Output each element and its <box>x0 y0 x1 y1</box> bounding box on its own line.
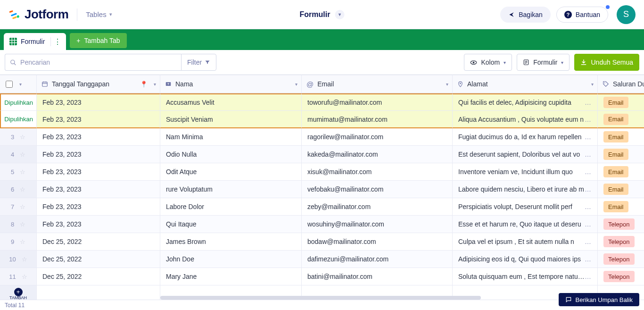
help-button[interactable]: ? Bantuan <box>556 7 608 23</box>
cell-channel[interactable]: Email <box>598 93 644 111</box>
cell-address[interactable]: Perspiciatis volupt, Deserunt mollit per… <box>453 198 598 216</box>
cell-email[interactable]: dafimezuni@mailinator.com <box>302 251 453 268</box>
star-icon[interactable]: ☆ <box>20 151 25 158</box>
cell-channel[interactable]: Email <box>598 111 644 128</box>
cell-date[interactable]: Feb 23, 2023 <box>37 181 160 198</box>
row-leading[interactable]: 5 ☆ <box>0 163 37 181</box>
cell-channel[interactable]: Telepon <box>598 251 644 268</box>
cell-email[interactable]: wosuhiny@mailinator.com <box>302 216 453 233</box>
add-tab-button[interactable]: + Tambah Tab <box>70 33 126 48</box>
row-leading[interactable]: Dipulihkan <box>0 111 37 128</box>
cell-name[interactable]: Labore Dolor <box>160 198 302 216</box>
cell-address[interactable]: Culpa vel et ipsum , Et sit autem nulla … <box>453 233 598 251</box>
star-icon[interactable]: ☆ <box>20 186 25 193</box>
cell-date[interactable]: Feb 23, 2023 <box>37 146 160 163</box>
filter-button[interactable]: Filter <box>181 54 216 71</box>
cell-email[interactable]: toworufu@mailinator.com <box>302 93 453 111</box>
cell-date[interactable]: Feb 23, 2023 <box>37 128 160 146</box>
cell-channel[interactable]: Telepon <box>598 268 644 285</box>
cell-date[interactable]: Feb 23, 2023 <box>37 111 160 128</box>
product-switcher[interactable]: Tables ▾ <box>77 8 112 21</box>
feedback-button[interactable]: Berikan Umpan Balik <box>559 293 639 306</box>
cell-address[interactable]: Aliqua Accusantium , Quis voluptate eum … <box>453 111 598 128</box>
download-button[interactable]: Unduh Semua <box>574 54 639 71</box>
cell-date[interactable]: Dec 25, 2022 <box>37 251 160 268</box>
cell-channel[interactable]: Telepon <box>598 233 644 251</box>
cell-address[interactable]: Esse et et harum re, Quo itaque ut deser… <box>453 216 598 233</box>
header-date[interactable]: Tanggal Tanggapan 📍 ▾ <box>37 75 160 93</box>
cell-date[interactable]: Feb 23, 2023 <box>37 198 160 216</box>
cell-email[interactable]: bodaw@mailinator.com <box>302 233 453 251</box>
row-leading[interactable]: 8 ☆ <box>0 216 37 233</box>
cell-address[interactable]: Labore quidem nesciu, Libero et irure ab… <box>453 181 598 198</box>
search-box[interactable] <box>5 54 181 71</box>
cell-address[interactable]: Adipisicing eos id q, Qui quod maiores i… <box>453 251 598 268</box>
horizontal-scrollbar[interactable] <box>160 296 481 300</box>
cell-date[interactable]: Dec 25, 2022 <box>37 268 160 285</box>
cell-date[interactable]: Feb 23, 2023 <box>37 93 160 111</box>
cell-name[interactable]: Suscipit Veniam <box>160 111 302 128</box>
star-icon[interactable]: ☆ <box>22 256 27 263</box>
cell-email[interactable]: vefobaku@mailinator.com <box>302 181 453 198</box>
header-email[interactable]: @ Email ▾ <box>302 75 453 93</box>
cell-email[interactable]: kakeda@mailinator.com <box>302 146 453 163</box>
header-channel[interactable]: Saluran Duk <box>598 75 644 93</box>
view-button[interactable]: Formulir ▾ <box>517 54 570 71</box>
row-leading[interactable]: 3 ☆ <box>0 128 37 146</box>
header-name[interactable]: T Nama ▾ <box>160 75 302 93</box>
add-row-button[interactable]: +TAMBAH <box>0 285 37 300</box>
cell-channel[interactable]: Email <box>598 181 644 198</box>
row-leading[interactable]: 9 ☆ <box>0 233 37 251</box>
star-icon[interactable]: ☆ <box>20 168 25 176</box>
cell-email[interactable]: xisuk@mailinator.com <box>302 163 453 181</box>
logo[interactable]: Jotform <box>8 7 68 22</box>
avatar[interactable]: S <box>617 5 636 24</box>
cell-address[interactable]: Qui facilis et delec, Adipisicing cupidi… <box>453 93 598 111</box>
row-leading[interactable]: 7 ☆ <box>0 198 37 216</box>
chevron-down-icon[interactable]: ▾ <box>154 82 156 87</box>
cell-name[interactable]: Accusamus Velit <box>160 93 302 111</box>
chevron-down-icon[interactable]: ▾ <box>591 82 594 87</box>
header-address[interactable]: Alamat ▾ <box>453 75 598 93</box>
cell-channel[interactable]: Email <box>598 128 644 146</box>
cell-date[interactable]: Feb 23, 2023 <box>37 163 160 181</box>
cell-name[interactable]: Odio Nulla <box>160 146 302 163</box>
cell-date[interactable]: Dec 25, 2022 <box>37 233 160 251</box>
cell-email[interactable]: batini@mailinator.com <box>302 268 453 285</box>
cell-name[interactable]: rure Voluptatum <box>160 181 302 198</box>
star-icon[interactable]: ☆ <box>20 134 25 141</box>
cell-name[interactable]: James Brown <box>160 233 302 251</box>
cell-name[interactable]: John Doe <box>160 251 302 268</box>
chevron-down-icon[interactable]: ▾ <box>295 82 297 87</box>
star-icon[interactable]: ☆ <box>22 273 27 280</box>
cell-address[interactable]: Est deserunt sapient, Doloribus vel aut … <box>453 146 598 163</box>
cell-address[interactable]: Fugiat ducimus do a, Id ex harum repelle… <box>453 128 598 146</box>
row-leading[interactable]: 10 ☆ <box>0 251 37 268</box>
chevron-down-icon[interactable]: ▾ <box>446 82 448 87</box>
cell-address[interactable]: Inventore veniam ve, Incidunt illum quo… <box>453 163 598 181</box>
title-dropdown[interactable]: ▾ <box>335 10 344 19</box>
cell-name[interactable]: Qui Itaque <box>160 216 302 233</box>
cell-channel[interactable]: Email <box>598 163 644 181</box>
cell-channel[interactable]: Email <box>598 146 644 163</box>
cell-name[interactable]: Mary Jane <box>160 268 302 285</box>
cell-channel[interactable]: Telepon <box>598 216 644 233</box>
columns-button[interactable]: Kolom ▾ <box>464 54 512 71</box>
star-icon[interactable]: ☆ <box>20 203 25 210</box>
cell-date[interactable]: Feb 23, 2023 <box>37 216 160 233</box>
cell-address[interactable]: Soluta quisquam eum , Est tempore natus … <box>453 268 598 285</box>
row-leading[interactable]: Dipulihkan <box>0 93 37 111</box>
cell-name[interactable]: Nam Minima <box>160 128 302 146</box>
search-input[interactable] <box>20 59 176 66</box>
chevron-down-icon[interactable]: ▾ <box>19 82 22 87</box>
row-leading[interactable]: 4 ☆ <box>0 146 37 163</box>
cell-email[interactable]: mumimatu@mailinator.com <box>302 111 453 128</box>
row-leading[interactable]: 6 ☆ <box>0 181 37 198</box>
cell-name[interactable]: Odit Atque <box>160 163 302 181</box>
star-icon[interactable]: ☆ <box>20 221 25 228</box>
select-all-checkbox[interactable] <box>6 81 13 88</box>
row-leading[interactable]: 11 ☆ <box>0 268 37 285</box>
tab-formulir[interactable]: Formulir ⋮ <box>4 33 66 50</box>
share-button[interactable]: Bagikan <box>500 7 551 23</box>
cell-channel[interactable]: Email <box>598 198 644 216</box>
